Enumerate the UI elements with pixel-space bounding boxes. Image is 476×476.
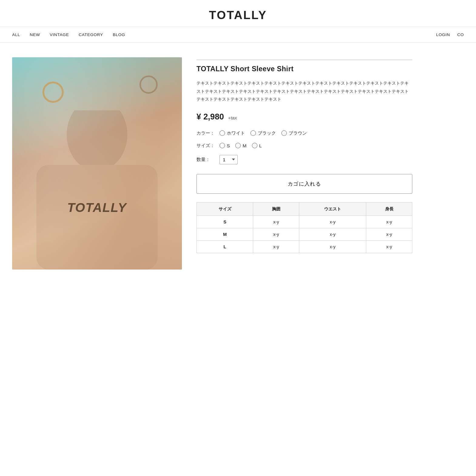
size-table-body: S x-y x-y x-y M x-y x-y x-y L x-y x-y x-… — [197, 216, 412, 253]
site-header: TOTALLY — [0, 0, 476, 27]
quantity-select[interactable]: 1 2 3 4 5 — [220, 155, 238, 164]
row-s-chest: x-y — [253, 216, 299, 228]
color-radio-group: ホワイト ブラック ブラウン — [220, 130, 307, 136]
size-table-col-height: 身長 — [366, 202, 412, 216]
size-table-col-size: サイズ — [197, 202, 253, 216]
color-option-black[interactable]: ブラック — [250, 130, 276, 136]
radio-white-circle — [220, 130, 225, 136]
nav-item-login[interactable]: LOGIN — [436, 32, 450, 37]
radio-black-circle — [250, 130, 256, 136]
size-table-col-chest: 胸囲 — [253, 202, 299, 216]
quantity-label: 数量： — [196, 156, 215, 163]
nav-left: ALL NEW VINTAGE CATEGORY BLOG — [12, 32, 125, 37]
product-price: ¥ 2,980 +tax — [196, 112, 412, 122]
price-value: ¥ 2,980 — [196, 112, 224, 121]
row-l-chest: x-y — [253, 240, 299, 253]
row-s-size: S — [197, 216, 253, 228]
row-l-size: L — [197, 240, 253, 253]
row-s-waist: x-y — [299, 216, 366, 228]
product-title: TOTALLY Short Sleeve Shirt — [196, 65, 412, 73]
nav-item-co[interactable]: CO — [457, 32, 464, 37]
tax-label: +tax — [228, 115, 237, 120]
row-s-height: x-y — [366, 216, 412, 228]
row-m-waist: x-y — [299, 228, 366, 240]
size-table-col-waist: ウエスト — [299, 202, 366, 216]
color-option-row: カラー： ホワイト ブラック ブラウン — [196, 130, 412, 136]
earring-right-decoration — [139, 75, 158, 94]
svg-rect-1 — [36, 165, 158, 270]
color-black-label: ブラック — [258, 130, 276, 136]
size-table-header-row: サイズ 胸囲 ウエスト 身長 — [197, 202, 412, 216]
table-row: M x-y x-y x-y — [197, 228, 412, 240]
color-option-white[interactable]: ホワイト — [220, 130, 245, 136]
product-details: TOTALLY Short Sleeve Shirt テキストテキストテキストテ… — [196, 57, 412, 270]
quantity-option-row: 数量： 1 2 3 4 5 — [196, 155, 412, 164]
row-l-waist: x-y — [299, 240, 366, 253]
nav-item-category[interactable]: CATEGORY — [79, 32, 103, 37]
size-m-label: M — [243, 143, 246, 148]
color-label: カラー： — [196, 130, 215, 136]
size-option-s[interactable]: S — [220, 143, 230, 148]
size-l-label: L — [259, 143, 262, 148]
shirt-brand-text: TOTALLY — [67, 200, 127, 215]
size-option-row: サイズ： S M L — [196, 142, 412, 149]
nav-item-vintage[interactable]: VINTAGE — [50, 32, 69, 37]
nav-item-all[interactable]: ALL — [12, 32, 20, 37]
svg-point-0 — [67, 110, 127, 171]
earring-left-decoration — [42, 82, 64, 103]
color-white-label: ホワイト — [227, 130, 245, 136]
site-logo: TOTALLY — [0, 8, 476, 22]
product-image-wrap: TOTALLY — [12, 57, 182, 270]
size-s-label: S — [227, 143, 230, 148]
add-to-cart-button[interactable]: カゴに入れる — [196, 174, 412, 194]
row-m-chest: x-y — [253, 228, 299, 240]
size-option-l[interactable]: L — [252, 143, 262, 148]
product-description: テキストテキストテキストテキストテキストテキストテキストテキストテキストテキスト… — [196, 79, 412, 103]
shirt-silhouette — [12, 110, 182, 270]
product-page: TOTALLY TOTALLY Short Sleeve Shirt テキストテ… — [0, 43, 424, 284]
nav-right: LOGIN CO — [436, 32, 464, 37]
color-option-brown[interactable]: ブラウン — [281, 130, 307, 136]
radio-brown-circle — [281, 130, 287, 136]
radio-m-circle — [235, 143, 241, 148]
radio-l-circle — [252, 143, 257, 148]
row-l-height: x-y — [366, 240, 412, 253]
table-row: S x-y x-y x-y — [197, 216, 412, 228]
size-table: サイズ 胸囲 ウエスト 身長 S x-y x-y x-y M x-y x-y x — [196, 202, 412, 253]
radio-s-circle — [220, 143, 225, 148]
size-label: サイズ： — [196, 142, 215, 149]
site-nav: ALL NEW VINTAGE CATEGORY BLOG LOGIN CO — [0, 27, 476, 43]
product-image-canvas: TOTALLY — [12, 57, 182, 270]
row-m-height: x-y — [366, 228, 412, 240]
size-option-m[interactable]: M — [235, 143, 246, 148]
color-brown-label: ブラウン — [289, 130, 307, 136]
row-m-size: M — [197, 228, 253, 240]
size-radio-group: S M L — [220, 143, 262, 148]
title-divider — [196, 60, 412, 60]
nav-item-new[interactable]: NEW — [30, 32, 40, 37]
nav-item-blog[interactable]: BLOG — [113, 32, 125, 37]
table-row: L x-y x-y x-y — [197, 240, 412, 253]
size-table-head: サイズ 胸囲 ウエスト 身長 — [197, 202, 412, 216]
